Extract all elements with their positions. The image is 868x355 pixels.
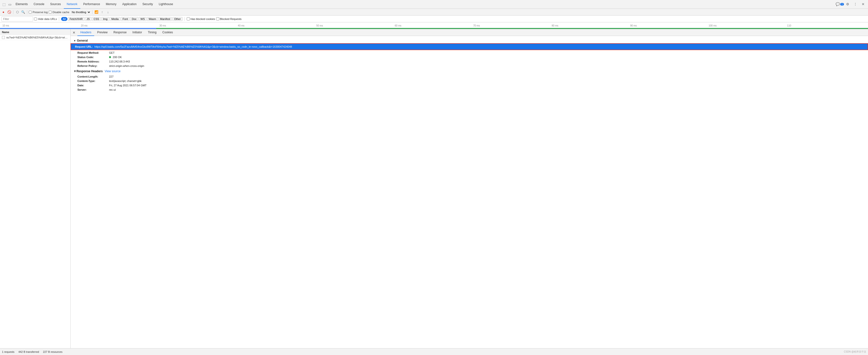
hide-data-urls-label[interactable]: Hide data URLs	[34, 17, 57, 21]
content-length-row: Content-Length: 227	[70, 74, 868, 79]
request-name: su?wd=%E5%AE%B6%E5%8A%A1&p=3&cb=win...	[6, 36, 68, 39]
filter-ws[interactable]: WS	[139, 17, 147, 21]
request-file-icon	[2, 36, 5, 39]
filter-input[interactable]	[1, 16, 33, 22]
filter-type-buttons: All Fetch/XHR JS CSS Img Media Font Doc …	[61, 17, 183, 21]
server-row: Server: rec-ui	[70, 87, 868, 92]
blocked-requests-label[interactable]: Blocked Requests	[216, 17, 242, 21]
request-url-row: Request URL: https://sp0.baidu.com/5a1Fa…	[70, 43, 868, 50]
wifi-icon[interactable]: 📶	[94, 10, 99, 14]
preserve-log-checkbox-label[interactable]: Preserve log	[29, 11, 48, 13]
close-devtools-icon[interactable]: ✕	[860, 1, 866, 7]
timeline-20ms: 20 ms	[81, 24, 159, 27]
tab-network[interactable]: Network	[64, 0, 80, 9]
separator-1	[13, 10, 13, 14]
tab-headers[interactable]: Headers	[78, 29, 94, 36]
upload-icon[interactable]: ↑	[100, 10, 105, 14]
tab-timing[interactable]: Timing	[145, 29, 159, 36]
tab-security[interactable]: Security	[140, 0, 156, 9]
timeline-green-segment	[156, 28, 868, 29]
tab-preview[interactable]: Preview	[94, 29, 111, 36]
blocked-requests-text: Blocked Requests	[220, 17, 242, 21]
network-toolbar: ● 🚫 ⬡ 🔍 Preserve log Disable cache No th…	[0, 9, 868, 15]
general-section-header[interactable]: ▼ General	[70, 38, 868, 43]
record-button[interactable]: ●	[1, 10, 6, 14]
preserve-log-checkbox[interactable]	[29, 11, 32, 13]
content-type-label: Content-Type:	[78, 79, 109, 82]
tab-memory[interactable]: Memory	[103, 0, 119, 9]
tab-lighthouse[interactable]: Lighthouse	[156, 0, 176, 9]
has-blocked-cookies-text: Has blocked cookies	[191, 17, 215, 21]
content-length-label: Content-Length:	[78, 75, 109, 78]
filter-sep	[59, 17, 59, 21]
referrer-policy-value: strict-origin-when-cross-origin	[109, 64, 864, 67]
content-type-row: Content-Type: text/javascript; charset=g…	[70, 79, 868, 83]
request-method-label: Request Method:	[78, 51, 109, 54]
filter-fetch-xhr[interactable]: Fetch/XHR	[68, 17, 85, 21]
filter-doc[interactable]: Doc	[130, 17, 138, 21]
date-row: Date: Fri, 27 Aug 2021 06:57:04 GMT	[70, 83, 868, 87]
chat-icon[interactable]: 💬 1	[837, 1, 843, 7]
tab-console[interactable]: Console	[31, 0, 47, 9]
filter-bar: Hide data URLs All Fetch/XHR JS CSS Img …	[0, 15, 868, 22]
filter-css[interactable]: CSS	[92, 17, 101, 21]
close-detail-button[interactable]: ✕	[71, 30, 76, 35]
timeline-50ms: 50 ms	[316, 24, 395, 27]
referrer-policy-label: Referrer Policy:	[78, 64, 109, 67]
request-url-value[interactable]: https://sp0.baidu.com/5a1Fazu8AA54nxGko9…	[94, 45, 292, 48]
date-value: Fri, 27 Aug 2021 06:57:04 GMT	[109, 84, 864, 87]
tab-application[interactable]: Application	[119, 0, 140, 9]
timeline-80ms: 80 ms	[552, 24, 630, 27]
filter-other[interactable]: Other	[172, 17, 183, 21]
response-headers-label: Response Headers	[76, 70, 103, 73]
filter-js[interactable]: JS	[85, 17, 92, 21]
headers-content: ▼ General Request URL: https://sp0.baidu…	[70, 36, 868, 348]
filter-icon[interactable]: ⬡	[15, 10, 20, 14]
disable-cache-checkbox[interactable]	[49, 11, 52, 13]
disable-cache-checkbox-label[interactable]: Disable cache	[49, 11, 69, 13]
tab-response[interactable]: Response	[111, 29, 129, 36]
separator-3	[92, 10, 93, 14]
tab-elements[interactable]: Elements	[13, 0, 31, 9]
request-method-value: GET	[109, 51, 864, 54]
notification-badge: 1	[840, 3, 844, 6]
transferred-size: 442 B transferred	[18, 350, 39, 353]
filter-all[interactable]: All	[61, 17, 67, 21]
inspect-element-icon[interactable]: ⬚	[1, 1, 7, 7]
filter-wasm[interactable]: Wasm	[147, 17, 158, 21]
settings-icon[interactable]: ⚙	[845, 1, 850, 7]
devtools-tab-bar: ⬚ ▭ Elements Console Sources Network Per…	[0, 0, 868, 9]
remote-address-label: Remote Address:	[78, 60, 109, 63]
has-blocked-cookies-checkbox[interactable]	[187, 17, 190, 21]
filter-media[interactable]: Media	[110, 17, 121, 21]
response-headers-section[interactable]: ▼ Response Headers View source	[70, 68, 868, 74]
main-area: Name su?wd=%E5%AE%B6%E5%8A%A1&p=3&cb=win…	[0, 29, 868, 348]
status-code-label: Status Code:	[78, 56, 109, 59]
disable-cache-label: Disable cache	[53, 11, 69, 13]
download-icon[interactable]: ↓	[106, 10, 111, 14]
tab-sources[interactable]: Sources	[47, 0, 64, 9]
search-icon[interactable]: 🔍	[21, 10, 26, 14]
filter-img[interactable]: Img	[101, 17, 109, 21]
tab-initiator[interactable]: Initiator	[129, 29, 145, 36]
timeline-90ms: 90 ms	[630, 24, 709, 27]
hide-data-urls-checkbox[interactable]	[34, 17, 37, 21]
requests-name-column: Name	[2, 31, 9, 34]
more-options-icon[interactable]: ⋮	[852, 1, 858, 7]
blocked-requests-checkbox[interactable]	[216, 17, 219, 21]
tab-cookies[interactable]: Cookies	[159, 29, 176, 36]
timeline-100ms: 100 ms	[709, 24, 787, 27]
filter-font[interactable]: Font	[121, 17, 129, 21]
view-source-link[interactable]: View source	[105, 70, 121, 73]
request-item[interactable]: su?wd=%E5%AE%B6%E5%8A%A1&p=3&cb=win...	[0, 35, 70, 40]
filter-manifest[interactable]: Manifest	[158, 17, 172, 21]
status-green-dot	[109, 56, 111, 58]
has-blocked-cookies-label[interactable]: Has blocked cookies	[187, 17, 215, 21]
tab-performance[interactable]: Performance	[80, 0, 103, 9]
clear-button[interactable]: 🚫	[7, 10, 12, 14]
device-toggle-icon[interactable]: ▭	[7, 1, 13, 7]
detail-panel: ✕ Headers Preview Response Initiator Tim…	[70, 29, 868, 348]
timeline-60ms: 60 ms	[395, 24, 473, 27]
timeline-40ms: 40 ms	[238, 24, 316, 27]
throttle-select[interactable]: No throttling	[70, 10, 91, 14]
